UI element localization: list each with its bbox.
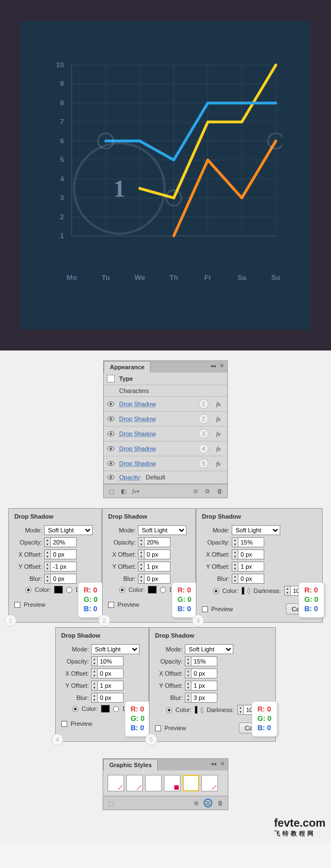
opacity-row[interactable]: Opacity: Default [104, 471, 227, 484]
effect-link[interactable]: Drop Shadow [119, 460, 156, 467]
style-thumb-selected[interactable] [183, 775, 199, 791]
style-thumb[interactable] [145, 775, 162, 791]
color-radio[interactable] [166, 707, 172, 713]
style-thumb[interactable] [126, 775, 143, 791]
mode-select[interactable]: Soft Light [44, 525, 93, 535]
effect-row[interactable]: Drop Shadow 4 fx [104, 441, 227, 456]
color-swatch[interactable] [195, 706, 197, 714]
clear-icon[interactable]: ⊘ [191, 487, 200, 495]
type-row: Type [104, 373, 227, 385]
darkness-radio[interactable] [113, 706, 119, 712]
fx-icon[interactable]: fx [213, 445, 224, 452]
appearance-panel: ◂◂ ✕ Appearance Type Characters Drop Sha… [103, 360, 228, 498]
x-offset-input[interactable]: ▲▼ [138, 549, 170, 559]
blur-input[interactable]: ▲▼ [138, 574, 170, 584]
blur-input[interactable]: ▲▼ [185, 693, 217, 703]
preview-checkbox[interactable] [155, 725, 161, 731]
fx-menu-icon[interactable]: fx▾ [131, 487, 140, 495]
opacity-input[interactable]: ▲▼ [232, 537, 264, 547]
y-offset-input[interactable]: ▲▼ [185, 681, 217, 691]
visibility-icon[interactable] [107, 400, 115, 408]
opacity-input[interactable]: ▲▼ [185, 656, 217, 666]
color-radio[interactable] [213, 588, 219, 594]
color-swatch[interactable] [101, 705, 110, 713]
fx-icon[interactable]: fx [213, 430, 224, 437]
darkness-radio[interactable] [248, 588, 250, 594]
y-offset-input[interactable]: ▲▼ [138, 562, 170, 572]
darkness-radio[interactable] [160, 587, 166, 593]
blur-input[interactable]: ▲▼ [44, 574, 77, 584]
x-offset-input[interactable]: ▲▼ [232, 549, 264, 559]
style-thumb[interactable] [201, 775, 218, 791]
stroke-icon[interactable]: ◧ [119, 487, 128, 495]
color-radio[interactable] [119, 587, 125, 593]
x-offset-input[interactable]: ▲▼ [91, 668, 124, 678]
fx-icon[interactable]: fx [213, 460, 224, 467]
effect-row[interactable]: Drop Shadow 1 fx [104, 397, 227, 412]
close-icon[interactable]: ✕ [218, 362, 225, 369]
effect-link[interactable]: Drop Shadow [119, 416, 156, 422]
darkness-radio[interactable] [201, 707, 203, 713]
y-offset-input[interactable]: ▲▼ [44, 562, 77, 572]
effect-row[interactable]: Drop Shadow 5 fx [104, 456, 227, 471]
new-style-icon[interactable]: ⧉ [204, 799, 212, 807]
preview-checkbox[interactable] [202, 606, 208, 612]
color-swatch[interactable] [54, 586, 63, 594]
trash-icon[interactable]: 🗑 [215, 487, 224, 495]
blur-input[interactable]: ▲▼ [232, 574, 264, 584]
appearance-tab[interactable]: Appearance [104, 361, 151, 373]
y-axis-labels: 12345678910 [56, 61, 65, 240]
mode-select[interactable]: Soft Light [185, 644, 233, 654]
fx-icon[interactable]: fx [213, 416, 224, 422]
effect-link[interactable]: Drop Shadow [119, 445, 156, 452]
mode-select[interactable]: Soft Light [91, 644, 140, 654]
type-label: Type [119, 375, 133, 382]
x-offset-input[interactable]: ▲▼ [185, 668, 217, 678]
blur-input[interactable]: ▲▼ [91, 693, 124, 703]
break-link-icon[interactable]: ⊗ [191, 799, 200, 807]
visibility-icon[interactable] [107, 430, 115, 438]
opacity-input[interactable]: ▲▼ [138, 537, 170, 547]
color-swatch[interactable] [242, 587, 244, 595]
visibility-icon[interactable] [107, 445, 115, 452]
collapse-icon[interactable]: ◂◂ [210, 760, 217, 767]
color-radio[interactable] [25, 587, 31, 593]
watermark: fevte.com 飞特教程网 [274, 817, 325, 838]
svg-text:Mo: Mo [67, 273, 77, 282]
mode-select[interactable]: Soft Light [138, 525, 186, 535]
preview-checkbox[interactable] [61, 721, 67, 727]
style-thumb[interactable] [164, 775, 180, 791]
y-offset-input[interactable]: ▲▼ [232, 562, 264, 572]
preview-checkbox[interactable] [14, 602, 20, 608]
opacity-input[interactable]: ▲▼ [44, 537, 77, 547]
x-offset-input[interactable]: ▲▼ [44, 549, 77, 559]
no-fill-icon[interactable]: ▢ [107, 487, 116, 495]
fx-icon[interactable]: fx [213, 401, 224, 407]
color-radio[interactable] [72, 706, 78, 712]
svg-text:10: 10 [56, 61, 64, 69]
mode-select[interactable]: Soft Light [232, 525, 280, 535]
duplicate-icon[interactable]: ⧉ [203, 487, 212, 495]
trash-icon[interactable]: 🗑 [216, 799, 225, 807]
drop-shadow-row-2: Drop Shadow Mode:Soft Light Opacity:▲▼ X… [0, 627, 331, 742]
preview-checkbox[interactable] [108, 602, 114, 608]
visibility-icon[interactable] [107, 460, 115, 467]
visibility-icon[interactable] [107, 415, 115, 423]
opacity-input[interactable]: ▲▼ [91, 656, 124, 666]
opacity-link[interactable]: Opacity: [119, 474, 141, 481]
close-icon[interactable]: ✕ [219, 760, 226, 767]
libraries-icon[interactable]: ⬚ [106, 799, 115, 807]
color-swatch[interactable] [148, 586, 157, 594]
style-thumb[interactable] [108, 775, 124, 791]
effect-link[interactable]: Drop Shadow [119, 401, 156, 407]
darkness-radio[interactable] [66, 587, 72, 593]
y-offset-input[interactable]: ▲▼ [91, 681, 124, 691]
effect-row[interactable]: Drop Shadow 3 fx [104, 427, 227, 441]
effect-link[interactable]: Drop Shadow [119, 430, 156, 437]
visibility-icon[interactable] [107, 473, 115, 481]
series-blue [106, 103, 276, 160]
graphic-styles-tab[interactable]: Graphic Styles [103, 759, 158, 770]
collapse-icon[interactable]: ◂◂ [210, 362, 216, 369]
effect-row[interactable]: Drop Shadow 2 fx [104, 412, 227, 427]
fill-swatch[interactable] [107, 375, 115, 382]
